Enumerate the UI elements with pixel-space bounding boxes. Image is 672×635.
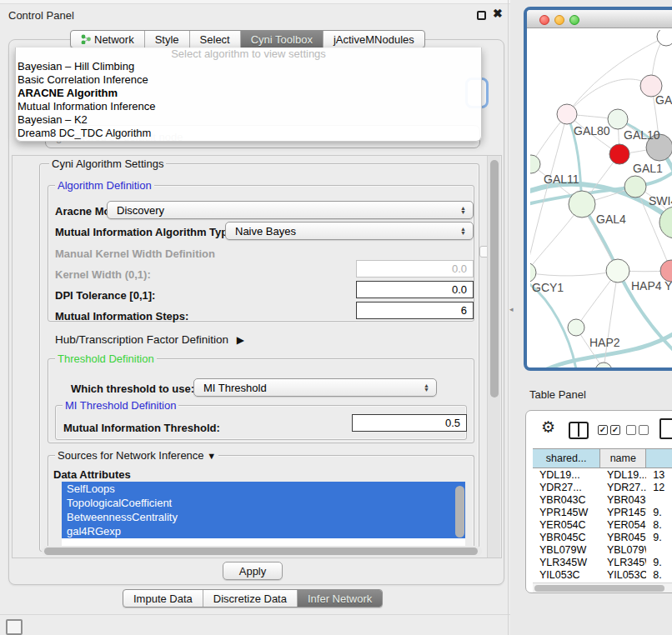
- network-node-hap2[interactable]: [568, 319, 584, 336]
- attributes-list-scrollbar[interactable]: [455, 486, 464, 538]
- table-cell: YBL079W: [600, 544, 646, 557]
- data-attribute-item[interactable]: TopologicalCoefficient: [62, 496, 465, 510]
- algorithm-option-bayesian-hill-climbing[interactable]: Bayesian – Hill Climbing: [16, 60, 481, 73]
- tab-network-label: Network: [94, 33, 134, 46]
- tab-select[interactable]: Select: [190, 31, 241, 48]
- settings-vscroll-thumb[interactable]: [490, 160, 499, 398]
- column-header-name[interactable]: name: [600, 449, 646, 468]
- export-table-icon[interactable]: [659, 418, 672, 439]
- tab-jactivemnodules-label: jActiveMNodules: [333, 33, 414, 46]
- column-header-shared[interactable]: shared...: [533, 449, 600, 468]
- settings-vscroll-track: [487, 156, 500, 558]
- tab-infer-network[interactable]: Infer Network: [298, 590, 382, 607]
- table-row[interactable]: YBL079WYBL079W: [533, 544, 672, 557]
- manual-kernel-label: Manual Kernel Width Definition: [55, 248, 215, 260]
- network-node-gal1[interactable]: [609, 144, 629, 164]
- table-row[interactable]: YBR045CYBR045C9.: [533, 532, 672, 544]
- splitter-arrow-icon[interactable]: ◂: [509, 305, 514, 313]
- table-settings-gear-icon[interactable]: ⚙: [541, 419, 555, 436]
- data-attribute-item[interactable]: SelfLoops: [62, 482, 465, 496]
- table-cell: 12: [646, 482, 672, 494]
- table-cell: YLR345W: [600, 557, 646, 569]
- table-cell: [646, 494, 672, 507]
- algorithm-option-basic-correlation-inference[interactable]: Basic Correlation Inference: [16, 73, 481, 87]
- tab-style[interactable]: Style: [145, 31, 190, 48]
- tab-cyni-toolbox[interactable]: Cyni Toolbox: [241, 31, 323, 48]
- algorithm-option-dream8-dc-tdc-algorithm[interactable]: Dream8 DC_TDC Algorithm: [16, 127, 481, 140]
- network-node-swi4[interactable]: [624, 176, 646, 198]
- network-node-hap4[interactable]: [606, 259, 629, 282]
- table-cell: YIL053C: [533, 569, 600, 582]
- window-close-button[interactable]: [539, 15, 549, 25]
- algorithm-dropdown: Select algorithm to view settings Bayesi…: [15, 48, 482, 142]
- tab-network[interactable]: Network: [71, 31, 145, 48]
- node-label-gal10: GAL10: [624, 128, 660, 142]
- panel-splitter[interactable]: [508, 0, 509, 635]
- tab-impute-data-label: Impute Data: [133, 592, 193, 605]
- mi-type-combo[interactable]: Naive Bayes ▲▼: [225, 222, 474, 240]
- tab-discretize-data[interactable]: Discretize Data: [203, 590, 298, 607]
- cyni-mode-tabs: Impute DataDiscretize DataInfer Network: [123, 589, 383, 608]
- combo-spinner-icon: ▲▼: [421, 383, 432, 392]
- mi-steps-field[interactable]: [356, 302, 474, 319]
- node-label-gal: GAL: [655, 93, 672, 107]
- network-node-gal4[interactable]: [569, 191, 595, 218]
- tab-impute-data[interactable]: Impute Data: [123, 590, 203, 607]
- data-attributes-label: Data Attributes: [53, 468, 131, 481]
- network-node-gal80[interactable]: [557, 104, 577, 124]
- deselect-all-icon[interactable]: [639, 425, 649, 435]
- node-label-gal4: GAL4: [596, 212, 626, 226]
- dpi-tolerance-field[interactable]: [356, 281, 474, 298]
- table-panel-window: ⚙ ✓ ✓ shared...name YDL19...YDL19...13YD…: [525, 410, 672, 593]
- network-node-gal10[interactable]: [608, 109, 628, 129]
- network-node-gcy1[interactable]: [530, 262, 536, 282]
- split-columns-icon[interactable]: [569, 422, 589, 439]
- column-header-hidden[interactable]: [646, 449, 672, 468]
- deselect-all-icon[interactable]: [626, 425, 636, 435]
- table-row[interactable]: YBR043CYBR043C: [533, 494, 672, 507]
- kernel-width-field[interactable]: [356, 260, 474, 278]
- table-row[interactable]: YDR27...YDR27...12: [533, 482, 672, 494]
- table-cell: 13: [646, 469, 672, 482]
- table-cell: [646, 544, 672, 557]
- panel-divider-line: [0, 614, 510, 615]
- algorithm-option-mutual-information-inference[interactable]: Mutual Information Inference: [16, 100, 481, 113]
- select-all-icon[interactable]: ✓: [610, 425, 620, 435]
- table-row[interactable]: YER054CYER054C8.: [533, 519, 672, 532]
- algorithm-option-aracne-algorithm[interactable]: ARACNE Algorithm: [16, 87, 481, 100]
- hub-definition-toggle[interactable]: Hub/Transcription Factor Definition ▶: [55, 333, 244, 346]
- mi-steps-label: Mutual Information Steps:: [55, 310, 188, 322]
- table-header-row: shared...name: [533, 448, 672, 468]
- window-minimize-button[interactable]: [554, 15, 564, 25]
- mi-threshold-field[interactable]: [352, 414, 467, 432]
- network-node[interactable]: [595, 362, 612, 369]
- network-node[interactable]: [657, 30, 672, 46]
- aracne-mode-combo[interactable]: Discovery ▲▼: [107, 201, 474, 219]
- window-zoom-button[interactable]: [569, 15, 579, 25]
- tab-style-label: Style: [155, 33, 179, 46]
- hub-definition-label: Hub/Transcription Factor Definition: [55, 333, 228, 346]
- algorithm-option-bayesian-k2[interactable]: Bayesian – K2: [16, 113, 481, 127]
- tab-jactivemnodules[interactable]: jActiveMNodules: [323, 31, 424, 48]
- which-threshold-combo[interactable]: MI Threshold ▲▼: [193, 378, 437, 397]
- table-row[interactable]: YLR345WYLR345W9.: [533, 557, 672, 569]
- table-cell: YDR27...: [600, 482, 646, 494]
- data-attribute-item[interactable]: gal4RGexp: [62, 524, 465, 538]
- table-row[interactable]: YPR145WYPR145W9.: [533, 507, 672, 519]
- close-panel-icon[interactable]: ✖: [493, 7, 503, 20]
- node-label-gcy1: GCY1: [532, 281, 564, 294]
- settings-hscroll-thumb[interactable]: [44, 548, 478, 555]
- node-label-swi4: SWI4: [649, 194, 672, 208]
- table-row[interactable]: YIL053CYIL053C8.: [533, 569, 672, 582]
- apply-button[interactable]: Apply: [223, 562, 283, 580]
- network-graph[interactable]: GALGAL80GAL10GAL1GAL11GAL4SWI4HAP4YGCY1H…: [530, 30, 672, 369]
- data-attribute-item[interactable]: BetweennessCentrality: [62, 510, 465, 524]
- network-window-titlebar[interactable]: [527, 10, 672, 28]
- select-all-icon[interactable]: ✓: [598, 425, 608, 435]
- table-row[interactable]: YDL19...YDL19...13: [533, 469, 672, 482]
- table-hscroll-thumb[interactable]: [534, 585, 664, 592]
- docked-panel-icon[interactable]: [6, 619, 23, 635]
- data-attributes-list[interactable]: SelfLoopsTopologicalCoefficientBetweenne…: [62, 482, 465, 546]
- float-panel-icon[interactable]: [477, 11, 486, 20]
- kernel-width-label: Kernel Width (0,1):: [55, 268, 151, 281]
